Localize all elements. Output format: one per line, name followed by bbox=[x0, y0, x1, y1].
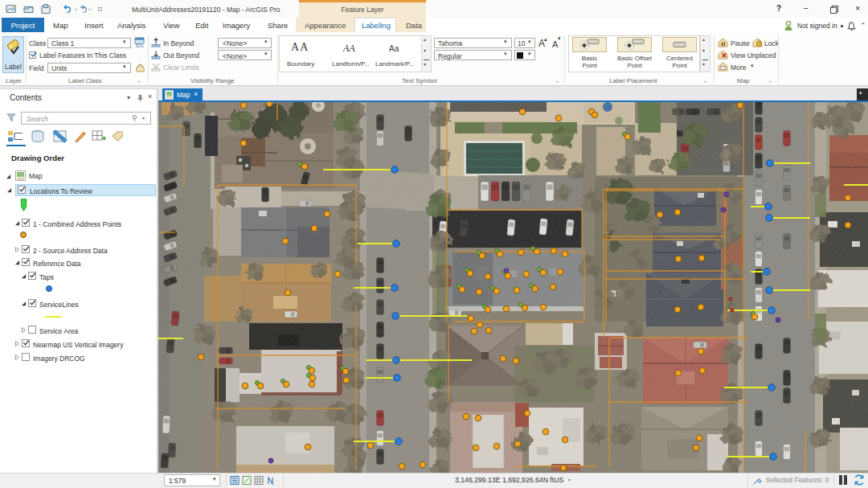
svg-text:SQL: SQL bbox=[136, 43, 144, 47]
